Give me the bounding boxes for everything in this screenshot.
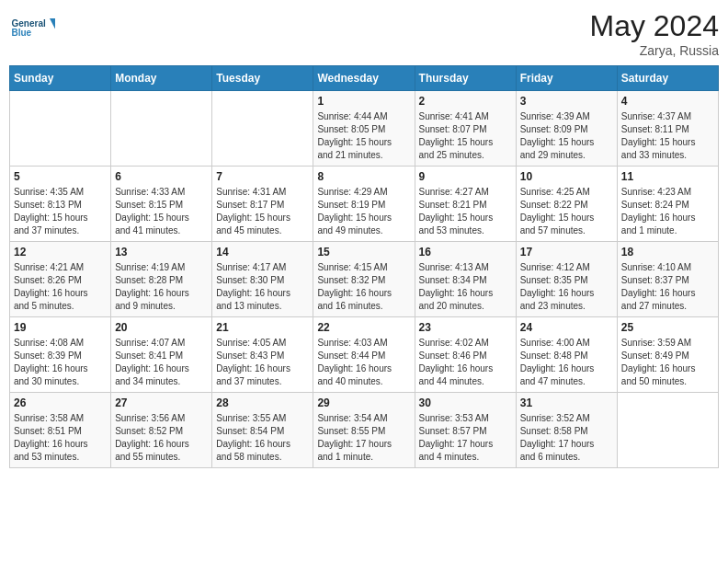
calendar-week-3: 12Sunrise: 4:21 AMSunset: 8:26 PMDayligh… [10,242,719,317]
day-info: Sunrise: 4:39 AMSunset: 8:09 PMDaylight:… [520,110,613,162]
calendar-week-2: 5Sunrise: 4:35 AMSunset: 8:13 PMDaylight… [10,167,719,242]
day-number: 1 [317,95,410,108]
calendar-cell: 1Sunrise: 4:44 AMSunset: 8:05 PMDaylight… [313,91,415,167]
day-header-tuesday: Tuesday [212,66,313,91]
page-header: General Blue May 2024 Zarya, Russia [9,9,719,58]
day-info: Sunrise: 4:05 AMSunset: 8:43 PMDaylight:… [216,337,309,388]
day-info: Sunrise: 4:35 AMSunset: 8:13 PMDaylight:… [14,186,107,237]
month-year-title: May 2024 [589,9,719,43]
calendar-cell: 19Sunrise: 4:08 AMSunset: 8:39 PMDayligh… [10,317,111,393]
day-number: 10 [520,170,613,183]
day-info: Sunrise: 3:52 AMSunset: 8:58 PMDaylight:… [520,412,613,464]
calendar-cell: 7Sunrise: 4:31 AMSunset: 8:17 PMDaylight… [212,167,313,242]
calendar-cell: 10Sunrise: 4:25 AMSunset: 8:22 PMDayligh… [516,167,617,242]
day-info: Sunrise: 3:53 AMSunset: 8:57 PMDaylight:… [419,412,512,464]
day-number: 7 [216,170,309,183]
calendar-cell [617,393,718,468]
day-info: Sunrise: 4:12 AMSunset: 8:35 PMDaylight:… [520,261,613,313]
day-info: Sunrise: 4:08 AMSunset: 8:39 PMDaylight:… [14,337,107,388]
day-info: Sunrise: 3:58 AMSunset: 8:51 PMDaylight:… [14,412,107,464]
day-info: Sunrise: 4:19 AMSunset: 8:28 PMDaylight:… [115,261,208,313]
day-number: 18 [621,246,714,259]
calendar-cell: 26Sunrise: 3:58 AMSunset: 8:51 PMDayligh… [10,393,111,468]
calendar-cell [111,91,212,167]
day-number: 31 [520,396,613,409]
day-number: 21 [216,321,309,334]
calendar-cell: 11Sunrise: 4:23 AMSunset: 8:24 PMDayligh… [617,167,718,242]
day-info: Sunrise: 4:37 AMSunset: 8:11 PMDaylight:… [621,110,714,162]
day-info: Sunrise: 4:03 AMSunset: 8:44 PMDaylight:… [317,337,410,388]
day-number: 6 [115,170,208,183]
day-number: 11 [621,170,714,183]
day-info: Sunrise: 4:02 AMSunset: 8:46 PMDaylight:… [419,337,512,388]
day-info: Sunrise: 4:07 AMSunset: 8:41 PMDaylight:… [115,337,208,388]
svg-marker-2 [50,18,55,29]
day-info: Sunrise: 4:15 AMSunset: 8:32 PMDaylight:… [317,261,410,313]
day-number: 29 [317,396,410,409]
calendar-cell: 15Sunrise: 4:15 AMSunset: 8:32 PMDayligh… [313,242,415,317]
calendar-cell: 29Sunrise: 3:54 AMSunset: 8:55 PMDayligh… [313,393,415,468]
day-header-thursday: Thursday [415,66,516,91]
day-info: Sunrise: 4:44 AMSunset: 8:05 PMDaylight:… [317,110,410,162]
day-header-friday: Friday [516,66,617,91]
day-number: 17 [520,246,613,259]
calendar-cell: 12Sunrise: 4:21 AMSunset: 8:26 PMDayligh… [10,242,111,317]
day-number: 26 [14,396,107,409]
day-info: Sunrise: 4:29 AMSunset: 8:19 PMDaylight:… [317,186,410,237]
day-number: 19 [14,321,107,334]
day-info: Sunrise: 4:33 AMSunset: 8:15 PMDaylight:… [115,186,208,237]
day-info: Sunrise: 4:31 AMSunset: 8:17 PMDaylight:… [216,186,309,237]
day-info: Sunrise: 4:13 AMSunset: 8:34 PMDaylight:… [419,261,512,313]
day-header-sunday: Sunday [10,66,111,91]
day-number: 13 [115,246,208,259]
calendar-cell: 22Sunrise: 4:03 AMSunset: 8:44 PMDayligh… [313,317,415,393]
calendar-cell [212,91,313,167]
day-number: 5 [14,170,107,183]
day-number: 9 [419,170,512,183]
day-number: 25 [621,321,714,334]
calendar-cell: 17Sunrise: 4:12 AMSunset: 8:35 PMDayligh… [516,242,617,317]
day-number: 23 [419,321,512,334]
calendar-cell: 13Sunrise: 4:19 AMSunset: 8:28 PMDayligh… [111,242,212,317]
day-number: 30 [419,396,512,409]
calendar-week-1: 1Sunrise: 4:44 AMSunset: 8:05 PMDaylight… [10,91,719,167]
day-info: Sunrise: 4:23 AMSunset: 8:24 PMDaylight:… [621,186,714,237]
calendar-cell: 21Sunrise: 4:05 AMSunset: 8:43 PMDayligh… [212,317,313,393]
svg-text:General: General [12,18,46,29]
calendar-week-4: 19Sunrise: 4:08 AMSunset: 8:39 PMDayligh… [10,317,719,393]
day-number: 28 [216,396,309,409]
day-number: 24 [520,321,613,334]
day-number: 16 [419,246,512,259]
calendar-header-row: SundayMondayTuesdayWednesdayThursdayFrid… [10,66,719,91]
day-number: 20 [115,321,208,334]
day-number: 8 [317,170,410,183]
day-info: Sunrise: 4:25 AMSunset: 8:22 PMDaylight:… [520,186,613,237]
calendar-table: SundayMondayTuesdayWednesdayThursdayFrid… [9,65,719,468]
day-info: Sunrise: 4:41 AMSunset: 8:07 PMDaylight:… [419,110,512,162]
calendar-cell: 27Sunrise: 3:56 AMSunset: 8:52 PMDayligh… [111,393,212,468]
day-number: 15 [317,246,410,259]
svg-text:Blue: Blue [12,28,32,38]
day-info: Sunrise: 3:55 AMSunset: 8:54 PMDaylight:… [216,412,309,464]
day-info: Sunrise: 4:17 AMSunset: 8:30 PMDaylight:… [216,261,309,313]
day-info: Sunrise: 4:10 AMSunset: 8:37 PMDaylight:… [621,261,714,313]
day-number: 22 [317,321,410,334]
day-header-saturday: Saturday [617,66,718,91]
calendar-cell: 18Sunrise: 4:10 AMSunset: 8:37 PMDayligh… [617,242,718,317]
day-info: Sunrise: 4:27 AMSunset: 8:21 PMDaylight:… [419,186,512,237]
calendar-cell: 30Sunrise: 3:53 AMSunset: 8:57 PMDayligh… [415,393,516,468]
calendar-cell: 4Sunrise: 4:37 AMSunset: 8:11 PMDaylight… [617,91,718,167]
calendar-cell: 23Sunrise: 4:02 AMSunset: 8:46 PMDayligh… [415,317,516,393]
calendar-week-5: 26Sunrise: 3:58 AMSunset: 8:51 PMDayligh… [10,393,719,468]
calendar-cell: 25Sunrise: 3:59 AMSunset: 8:49 PMDayligh… [617,317,718,393]
calendar-cell: 3Sunrise: 4:39 AMSunset: 8:09 PMDaylight… [516,91,617,167]
day-info: Sunrise: 3:54 AMSunset: 8:55 PMDaylight:… [317,412,410,464]
day-header-monday: Monday [111,66,212,91]
title-block: May 2024 Zarya, Russia [589,9,719,58]
calendar-cell: 6Sunrise: 4:33 AMSunset: 8:15 PMDaylight… [111,167,212,242]
logo: General Blue [9,9,55,46]
calendar-cell: 24Sunrise: 4:00 AMSunset: 8:48 PMDayligh… [516,317,617,393]
day-info: Sunrise: 4:21 AMSunset: 8:26 PMDaylight:… [14,261,107,313]
calendar-cell: 8Sunrise: 4:29 AMSunset: 8:19 PMDaylight… [313,167,415,242]
day-info: Sunrise: 3:56 AMSunset: 8:52 PMDaylight:… [115,412,208,464]
